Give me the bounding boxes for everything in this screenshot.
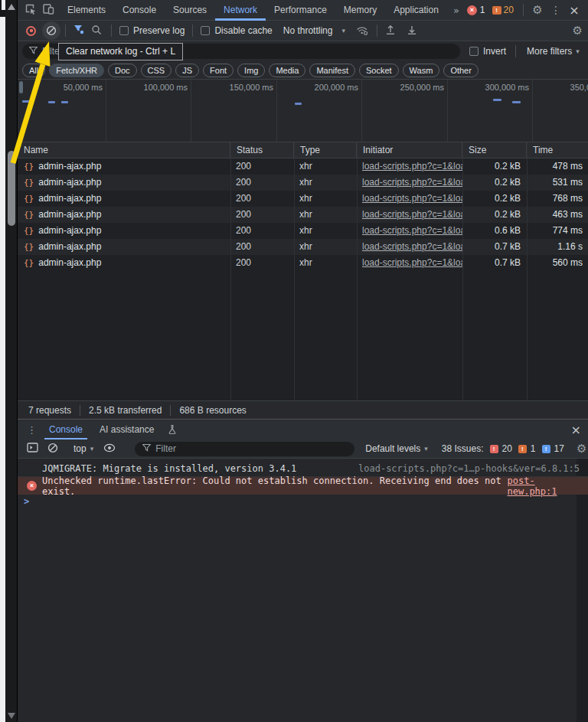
column-header-initiator[interactable]: Initiator [357, 142, 462, 158]
column-header-size[interactable]: Size [462, 142, 527, 158]
issues-count[interactable]: 20 [504, 5, 514, 15]
info-issues-count[interactable]: 17 [554, 443, 564, 454]
error-count-icon[interactable]: × [467, 5, 477, 15]
preserve-log-checkbox[interactable] [119, 26, 129, 35]
console-prompt-chevron[interactable]: > [24, 496, 29, 507]
request-name: {}admin-ajax.php [18, 175, 230, 191]
tab-elements[interactable]: Elements [59, 0, 114, 21]
initiator-link[interactable]: load-scripts.php?c=1&loa [362, 209, 462, 220]
console-error-source-link[interactable]: post-new.php:1 [507, 475, 588, 497]
tab-memory[interactable]: Memory [335, 0, 385, 21]
column-header-type[interactable]: Type [294, 142, 357, 158]
table-row[interactable]: {}admin-ajax.php200xhrload-scripts.php?c… [18, 239, 588, 255]
network-overview-timeline[interactable]: 50,000 ms100,000 ms150,000 ms200,000 ms2… [18, 80, 588, 142]
initiator-link[interactable]: load-scripts.php?c=1&loa [362, 241, 462, 252]
table-row[interactable]: {}admin-ajax.php200xhrload-scripts.php?c… [18, 175, 588, 191]
type-filter-font[interactable]: Font [203, 64, 234, 77]
request-status: 200 [230, 207, 294, 223]
tab-performance[interactable]: Performance [266, 0, 335, 21]
error-issues-icon[interactable]: ! [490, 445, 498, 453]
log-levels-select[interactable]: Default levels [365, 443, 420, 454]
type-filter-js[interactable]: JS [175, 64, 199, 77]
error-issues-count[interactable]: 20 [502, 443, 512, 454]
tab-console[interactable]: Console [114, 0, 165, 21]
tab-network[interactable]: Network [215, 0, 266, 21]
type-filter-doc[interactable]: Doc [108, 64, 137, 77]
request-type: xhr [294, 191, 357, 207]
table-row[interactable]: {}admin-ajax.php200xhrload-scripts.php?c… [18, 223, 588, 239]
timeline-handle[interactable] [19, 81, 23, 93]
console-settings-gear-icon[interactable]: ⚙ [577, 442, 586, 456]
initiator-link[interactable]: load-scripts.php?c=1&loa [362, 225, 462, 236]
info-issues-icon[interactable]: ! [542, 445, 550, 453]
xhr-file-icon: {} [24, 194, 34, 204]
drawer-tab-console[interactable]: Console [44, 420, 87, 439]
type-filter-img[interactable]: Img [237, 64, 265, 77]
filter-funnel-icon[interactable] [74, 25, 84, 37]
console-filter-input[interactable] [155, 443, 354, 454]
search-icon[interactable] [91, 25, 102, 38]
request-time: 774 ms [527, 223, 588, 239]
scroll-up-arrow-icon[interactable] [8, 4, 15, 10]
export-har-icon[interactable] [407, 25, 417, 38]
close-devtools-icon[interactable]: × [565, 3, 583, 18]
device-toolbar-icon[interactable] [42, 3, 54, 18]
type-filter-other[interactable]: Other [443, 64, 479, 77]
invert-checkbox[interactable] [469, 47, 479, 56]
console-message-source[interactable]: load-scripts.php?c=1…p-hooks&ver=6.8.1:5 [358, 463, 588, 474]
record-network-log-button[interactable] [26, 26, 36, 36]
column-header-name[interactable]: Name [18, 142, 230, 158]
type-filter-fetch-xhr[interactable]: Fetch/XHR [49, 64, 104, 77]
warning-issues-icon[interactable]: ! [518, 445, 527, 453]
initiator-link[interactable]: load-scripts.php?c=1&loa [362, 257, 462, 268]
initiator-link[interactable]: load-scripts.php?c=1&loa [362, 161, 462, 172]
live-expression-eye-icon[interactable] [103, 443, 116, 455]
issues-label[interactable]: 38 Issues: [442, 443, 484, 454]
table-row[interactable]: {}admin-ajax.php200xhrload-scripts.php?c… [18, 207, 588, 223]
xhr-file-icon: {} [24, 162, 34, 172]
initiator-link[interactable]: load-scripts.php?c=1&loa [362, 177, 462, 188]
network-settings-gear-icon[interactable]: ⚙ [573, 24, 583, 38]
inspect-element-icon[interactable] [24, 3, 37, 18]
type-filter-css[interactable]: CSS [141, 64, 172, 77]
tab-sources[interactable]: Sources [165, 0, 215, 21]
close-drawer-icon[interactable]: × [571, 423, 581, 437]
error-count[interactable]: 1 [480, 5, 485, 15]
settings-gear-icon[interactable]: ⚙ [528, 3, 547, 17]
type-filter-wasm[interactable]: Wasm [403, 64, 440, 77]
disable-cache-checkbox[interactable] [201, 26, 210, 35]
context-selector[interactable]: top [74, 443, 87, 454]
table-row[interactable]: {}admin-ajax.php200xhrload-scripts.php?c… [18, 158, 588, 175]
network-conditions-icon[interactable] [356, 25, 369, 38]
console-filter-box[interactable] [135, 442, 354, 456]
page-scrollbar[interactable] [5, 0, 17, 722]
type-filter-socket[interactable]: Socket [359, 64, 399, 77]
clear-network-log-button[interactable] [42, 21, 60, 40]
warning-issues-count[interactable]: 1 [531, 443, 536, 454]
import-har-icon[interactable] [385, 25, 396, 38]
console-sidebar-icon[interactable] [27, 443, 38, 455]
throttling-select[interactable]: No throttling [283, 25, 333, 36]
network-toolbar: Preserve log Disable cache No throttling… [18, 21, 588, 41]
tab-application[interactable]: Application [385, 0, 447, 21]
issues-flag-icon[interactable]: ! [492, 6, 501, 15]
column-header-time[interactable]: Time [527, 142, 588, 158]
type-filter-media[interactable]: Media [269, 64, 305, 77]
table-row[interactable]: {}admin-ajax.php200xhrload-scripts.php?c… [18, 255, 588, 271]
page-scrollbar-thumb[interactable] [8, 151, 15, 226]
filter-funnel-small-icon [29, 46, 38, 57]
drawer-tab-ai-assistance[interactable]: AI assistance [95, 420, 158, 439]
clear-console-icon[interactable] [47, 443, 58, 456]
scroll-down-arrow-icon[interactable] [8, 713, 15, 719]
more-panels-icon[interactable]: » [453, 5, 459, 16]
kebab-menu-icon[interactable]: ⋮ [547, 4, 565, 16]
type-filter-all[interactable]: All [22, 64, 45, 77]
request-type: xhr [294, 255, 357, 271]
column-header-status[interactable]: Status [230, 142, 294, 158]
initiator-link[interactable]: load-scripts.php?c=1&loa [362, 193, 462, 204]
more-filters-button[interactable]: More filters [527, 46, 572, 57]
type-filter-manifest[interactable]: Manifest [309, 64, 355, 77]
drawer-kebab-menu-icon[interactable]: ⋮ [27, 424, 37, 436]
table-row[interactable]: {}admin-ajax.php200xhrload-scripts.php?c… [18, 191, 588, 207]
issue-badges: !20!1!17 [484, 443, 564, 454]
